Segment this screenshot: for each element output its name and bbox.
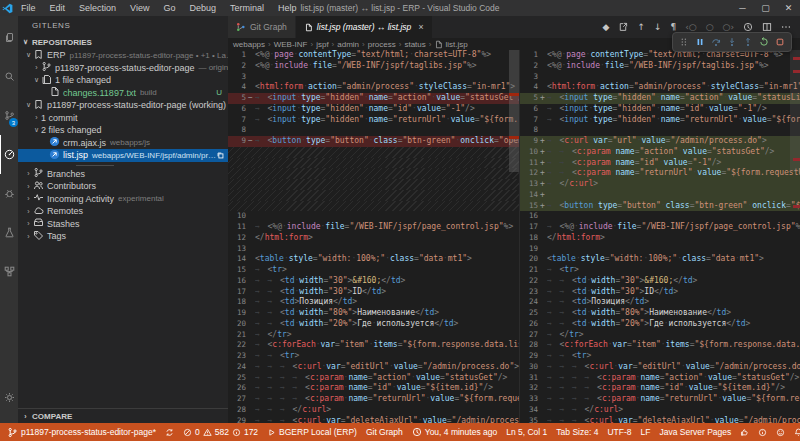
code-line-20[interactable]: 20<table·style="width:·100%;"·class="dat… bbox=[520, 254, 800, 265]
activity-gitlens[interactable] bbox=[0, 135, 18, 174]
code-line-35[interactable]: 35→→→<c:url·var="deleteAjaxUrl"·value="/… bbox=[520, 416, 800, 424]
code-line-28[interactable]: 28→<c:forEach·var="item"·items="${form.r… bbox=[520, 340, 800, 351]
pilcrow-icon[interactable]: ¶ bbox=[671, 23, 677, 32]
tree-item-crm-ajax-js[interactable]: crm.ajax.jswebapps/js bbox=[18, 137, 228, 150]
code-line-9[interactable]: 9−→<button·type="button"·class="btn-gree… bbox=[228, 136, 519, 147]
window-close-button[interactable]: ✕ bbox=[777, 0, 800, 16]
code-line-30[interactable]: 30→→→<c:url·var="editUrl"·value="/admin/… bbox=[520, 362, 800, 373]
gitlens-diamond-icon[interactable]: ◆ bbox=[602, 23, 609, 32]
code-line-15[interactable]: 15→<tr> bbox=[228, 265, 519, 276]
tree-item-1-commit[interactable]: ›1 commit bbox=[18, 112, 228, 125]
code-line-5[interactable]: 5−→<input·type="hidden"·name="action"·va… bbox=[228, 93, 519, 104]
code-line-6[interactable]: 6→<input·type="hidden"·name="id"·value="… bbox=[520, 104, 800, 115]
tree-item-1-file-changed[interactable]: ∨1 file changed bbox=[18, 74, 228, 87]
tree-item-changes-11897-txt[interactable]: changes.11897.txtbuildU bbox=[18, 87, 228, 100]
code-line-34[interactable]: 34→→→</c:url> bbox=[520, 405, 800, 416]
split-editor-icon[interactable] bbox=[762, 22, 772, 32]
repositories-section-header[interactable]: ∨ REPOSITORIES bbox=[18, 35, 228, 49]
activity-git-graph[interactable] bbox=[0, 252, 18, 291]
code-line-20[interactable]: 20→→<td·width="20%">Где·используется</td… bbox=[228, 319, 519, 330]
revision-dot-icon[interactable]: ○ bbox=[706, 23, 714, 32]
code-line-9[interactable]: 9+→<c:url·var="url"·value="/admin/proces… bbox=[520, 136, 800, 147]
tree-item-stashes[interactable]: ›Stashes bbox=[18, 218, 228, 231]
code-line-25[interactable]: 25→→→→<c:param·name="action"·value="stat… bbox=[228, 373, 519, 384]
open-changes-icon[interactable] bbox=[618, 22, 628, 32]
code-line-22[interactable]: 22→<c:forEach·var="item"·items="${form.r… bbox=[228, 340, 519, 351]
code-line-7[interactable]: 7→<input·type="hidden"·name="returnUrl"·… bbox=[520, 115, 800, 126]
code-line-23[interactable]: 23→→<td·width="30">ID</td> bbox=[520, 287, 800, 298]
code-line-11[interactable]: 11→<%@·include·file="/WEB-INF/jspf/page_… bbox=[228, 222, 519, 233]
code-line-5[interactable]: 5+→<input·type="hidden"·name="action"·va… bbox=[520, 93, 800, 104]
restart-icon[interactable] bbox=[759, 37, 769, 47]
statusbar-cursor-position[interactable]: Ln 5, Col 1 bbox=[506, 427, 547, 437]
statusbar-issues[interactable] bbox=[758, 428, 767, 437]
activity-source-control[interactable]: 3 bbox=[0, 96, 18, 135]
code-line-12[interactable]: 12+→→<c:param·name="returnUrl"·value="${… bbox=[520, 168, 800, 179]
code-line-8[interactable]: 8 bbox=[520, 125, 800, 136]
statusbar-language-mode[interactable]: Java Server Pages bbox=[659, 427, 731, 437]
code-line-15[interactable]: 15+→<button·type="button"·class="btn-gre… bbox=[520, 201, 800, 212]
tab-git-graph[interactable]: Git Graph bbox=[228, 16, 296, 38]
code-line-18[interactable]: 18</html:form> bbox=[520, 233, 800, 244]
code-line-1[interactable]: 1<%@·page·contentType="text/html;·charse… bbox=[228, 50, 519, 61]
diff-pane-modified[interactable]: 1<%@·page·contentType="text/html;·charse… bbox=[520, 50, 800, 423]
breadcrumb-item[interactable]: WEB-INF bbox=[274, 40, 308, 49]
statusbar-encoding[interactable]: UTF-8 bbox=[607, 427, 631, 437]
statusbar-indentation[interactable]: Tab Size: 4 bbox=[556, 427, 598, 437]
menu-go[interactable]: Go bbox=[156, 3, 182, 13]
menu-terminal[interactable]: Terminal bbox=[223, 3, 271, 13]
code-line-32[interactable]: 32→→→→<c:param·name="id"·value="${item.i… bbox=[520, 383, 800, 394]
tree-item-contributors[interactable]: ›Contributors bbox=[18, 180, 228, 193]
tree-item-remotes[interactable]: ›Remotes bbox=[18, 205, 228, 218]
activity-search[interactable] bbox=[0, 57, 18, 96]
menu-debug[interactable]: Debug bbox=[182, 3, 223, 13]
statusbar-notifications[interactable] bbox=[794, 428, 800, 437]
tree-item-p11897-process-status-editor-page[interactable]: ›p11897-process-status-editor-page— orig… bbox=[18, 62, 228, 75]
code-line-8[interactable]: 8 bbox=[228, 125, 519, 136]
code-line-17[interactable]: 17→<%@·include·file="/WEB-INF/jspf/page_… bbox=[520, 222, 800, 233]
problems-indicator[interactable]: 0582172 bbox=[183, 427, 258, 437]
arrow-up-icon[interactable]: ↑ bbox=[637, 23, 645, 32]
code-line-14[interactable]: 14+ bbox=[520, 190, 800, 201]
scrollbar[interactable] bbox=[509, 50, 519, 172]
code-line-10[interactable]: 10+→→<c:param·name="action"·value="statu… bbox=[520, 147, 800, 158]
statusbar-git-graph-status[interactable]: Git Graph bbox=[366, 427, 403, 437]
pause-icon[interactable] bbox=[695, 37, 705, 47]
code-line-16[interactable]: 16→→<td·width="30">&#160;</td> bbox=[228, 276, 519, 287]
code-line-19[interactable]: 19→→<td·width="80%">Наименование</td> bbox=[228, 308, 519, 319]
tree-item-erp[interactable]: ∨ERPp11897-process-status-editor-page • … bbox=[18, 49, 228, 62]
code-line-16[interactable]: 16 bbox=[520, 211, 800, 222]
code-line-10[interactable]: 10 bbox=[228, 211, 519, 222]
code-line-2[interactable]: 2<%@·include·file="/WEB-INF/jspf/taglibs… bbox=[520, 61, 800, 72]
code-line-31[interactable]: 31→→→→<c:param·name="action"·value="stat… bbox=[520, 373, 800, 384]
breadcrumb-item[interactable]: jspf bbox=[316, 40, 328, 49]
close-icon[interactable]: × bbox=[418, 22, 423, 32]
code-line-24[interactable]: 24→→<td>Позиция</td> bbox=[520, 297, 800, 308]
code-line-26[interactable]: 26→→→→<c:param·name="id"·value="${item.i… bbox=[228, 383, 519, 394]
code-line-13[interactable]: 13+→</c:url> bbox=[520, 179, 800, 190]
code-line-7[interactable]: 7→<input·type="hidden"·name="returnUrl"·… bbox=[228, 115, 519, 126]
menu-view[interactable]: View bbox=[123, 3, 156, 13]
code-line-12[interactable]: 12</html:form> bbox=[228, 233, 519, 244]
activity-settings[interactable] bbox=[0, 378, 18, 417]
gripper-icon[interactable] bbox=[679, 37, 689, 47]
breadcrumb-item[interactable]: process bbox=[368, 40, 396, 49]
tree-item-2-files-changed[interactable]: ∨2 files changed bbox=[18, 124, 228, 137]
code-line-25[interactable]: 25→→<td·width="80%">Наименование</td> bbox=[520, 308, 800, 319]
window-maximize-button[interactable]: ▢ bbox=[754, 0, 777, 16]
statusbar-launch-config[interactable]: BGERP Local (ERP) bbox=[267, 427, 357, 437]
tree-item-incoming-activity[interactable]: ›Incoming Activityexperimental bbox=[18, 193, 228, 206]
code-line-22[interactable]: 22→→<td·width="30">&#160;</td> bbox=[520, 276, 800, 287]
code-line-29[interactable]: 29→→→<c:url·var="deleteAjaxUrl"·value="/… bbox=[228, 416, 519, 424]
scrollbar[interactable] bbox=[790, 50, 800, 172]
code-line-3[interactable]: 3 bbox=[228, 72, 519, 83]
menu-help[interactable]: Help bbox=[271, 3, 304, 13]
breadcrumb-item[interactable]: status bbox=[404, 40, 425, 49]
breadcrumb-file[interactable]: list.jsp bbox=[434, 40, 467, 49]
statusbar-feedback[interactable] bbox=[740, 428, 749, 437]
menu-selection[interactable]: Selection bbox=[72, 3, 123, 13]
breadcrumb-item[interactable]: webapps bbox=[233, 40, 265, 49]
code-line-23[interactable]: 23→→<tr> bbox=[228, 351, 519, 362]
stop-icon[interactable] bbox=[775, 37, 785, 47]
activity-test[interactable] bbox=[0, 213, 18, 252]
